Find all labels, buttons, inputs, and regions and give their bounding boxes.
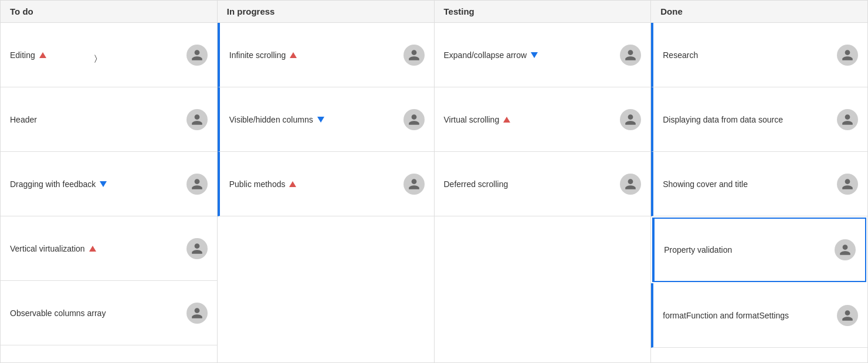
badge-up-icon	[89, 246, 96, 252]
column-body-inprogress: Infinite scrolling Visible/hidden column…	[218, 23, 434, 362]
column-testing: TestingExpand/collapse arrow Virtual scr…	[435, 1, 652, 362]
avatar-dragging	[187, 174, 208, 195]
card-title-vertical: Vertical virtualization	[10, 244, 187, 253]
card-title-dragging: Dragging with feedback	[10, 179, 187, 189]
card-title-showing: Showing cover and title	[663, 179, 837, 189]
column-header-inprogress: In progress	[218, 1, 434, 23]
badge-down-icon	[531, 52, 538, 58]
card-visible[interactable]: Visible/hidden columns	[218, 87, 434, 152]
card-editing[interactable]: Editing〉	[1, 23, 217, 87]
column-body-testing: Expand/collapse arrow Virtual scrolling …	[435, 23, 651, 362]
column-header-done: Done	[651, 1, 867, 23]
card-vertical[interactable]: Vertical virtualization	[1, 216, 217, 281]
card-title-deferred: Deferred scrolling	[444, 179, 621, 189]
card-expand[interactable]: Expand/collapse arrow	[435, 23, 651, 87]
card-deferred[interactable]: Deferred scrolling	[435, 152, 651, 216]
column-todo: To doEditing〉 Header Dragging with feedb…	[1, 1, 218, 362]
avatar-infinite	[404, 45, 425, 66]
avatar-visible	[404, 109, 425, 130]
card-showing[interactable]: Showing cover and title	[651, 152, 867, 216]
avatar-editing	[187, 45, 208, 66]
column-done: DoneResearch Displaying data from data s…	[651, 1, 867, 362]
card-virtual[interactable]: Virtual scrolling	[435, 87, 651, 152]
badge-down-icon	[317, 117, 324, 123]
avatar-header	[187, 109, 208, 130]
card-public[interactable]: Public methods	[218, 152, 434, 216]
card-title-displaying: Displaying data from data source	[663, 115, 837, 124]
badge-up-icon	[39, 52, 46, 58]
card-dragging[interactable]: Dragging with feedback	[1, 152, 217, 216]
avatar-observable	[187, 303, 208, 324]
avatar-format	[837, 305, 858, 326]
avatar-research	[837, 45, 858, 66]
avatar-showing	[837, 174, 858, 195]
card-title-format: formatFunction and formatSettings	[663, 311, 837, 320]
card-title-visible: Visible/hidden columns	[229, 115, 404, 124]
column-header-testing: Testing	[435, 1, 651, 23]
avatar-deferred	[620, 174, 641, 195]
card-format[interactable]: formatFunction and formatSettings	[651, 283, 867, 348]
card-infinite[interactable]: Infinite scrolling	[218, 23, 434, 87]
badge-up-icon	[503, 117, 510, 123]
card-title-editing: Editing	[10, 50, 187, 60]
column-header-todo: To do	[1, 1, 217, 23]
badge-up-icon	[290, 52, 297, 58]
column-inprogress: In progressInfinite scrolling Visible/hi…	[218, 1, 435, 362]
card-research[interactable]: Research	[651, 23, 867, 87]
avatar-property	[835, 239, 856, 260]
badge-up-icon	[289, 181, 296, 187]
mouse-cursor-icon: 〉	[94, 53, 97, 63]
card-property[interactable]: Property validation	[652, 218, 866, 282]
avatar-vertical	[187, 238, 208, 259]
card-title-expand: Expand/collapse arrow	[444, 50, 621, 60]
avatar-displaying	[837, 109, 858, 130]
avatar-public	[404, 174, 425, 195]
card-header[interactable]: Header	[1, 87, 217, 152]
card-displaying[interactable]: Displaying data from data source	[651, 87, 867, 152]
card-title-research: Research	[663, 50, 837, 60]
avatar-virtual	[620, 109, 641, 130]
badge-down-icon	[100, 181, 107, 187]
column-body-done: Research Displaying data from data sourc…	[651, 23, 867, 362]
card-title-property: Property validation	[664, 245, 835, 255]
avatar-expand	[620, 45, 641, 66]
card-title-virtual: Virtual scrolling	[444, 115, 621, 124]
card-title-observable: Observable columns array	[10, 308, 187, 318]
card-title-public: Public methods	[229, 179, 404, 189]
card-title-header: Header	[10, 115, 187, 124]
column-body-todo: Editing〉 Header Dragging with feedback V…	[1, 23, 217, 362]
card-title-infinite: Infinite scrolling	[229, 50, 404, 60]
card-observable[interactable]: Observable columns array	[1, 281, 217, 345]
kanban-board: To doEditing〉 Header Dragging with feedb…	[0, 0, 868, 363]
